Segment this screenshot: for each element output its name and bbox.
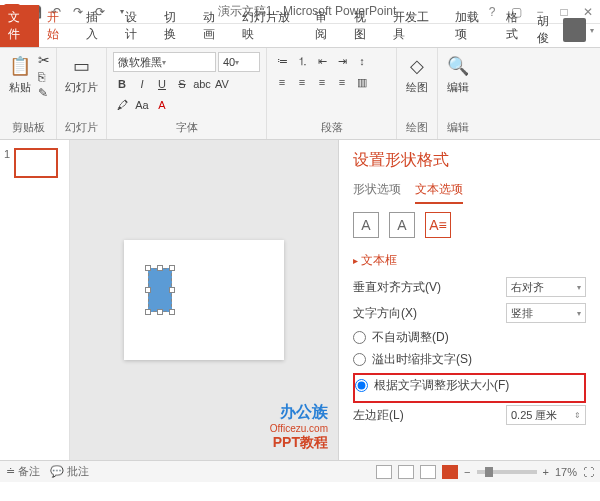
editing-button[interactable]: 🔍 编辑: [444, 52, 472, 97]
watermark: 办公族 Officezu.com PPT教程: [270, 402, 328, 452]
columns-button[interactable]: ▥: [353, 73, 371, 91]
fit-window-button[interactable]: ⛶: [583, 466, 594, 478]
radio-resize-shape[interactable]: 根据文字调整形状大小(F): [355, 377, 584, 394]
slides-icon: ▭: [70, 54, 94, 78]
italic-button[interactable]: I: [133, 75, 151, 93]
valign-select[interactable]: 右对齐▾: [506, 277, 586, 297]
drawing-button[interactable]: ◇ 绘图: [403, 52, 431, 97]
justify-button[interactable]: ≡: [333, 73, 351, 91]
notes-button[interactable]: ≐ 备注: [6, 464, 40, 479]
text-fill-icon[interactable]: A: [353, 212, 379, 238]
text-effects-icon[interactable]: A: [389, 212, 415, 238]
indent-inc-button[interactable]: ⇥: [333, 52, 351, 70]
margin-left-label: 左边距(L): [353, 407, 506, 424]
editing-group-label: 编辑: [447, 120, 469, 135]
tab-addins[interactable]: 加载项: [447, 5, 497, 47]
section-textbox[interactable]: 文本框: [353, 252, 586, 269]
spacing-button[interactable]: AV: [213, 75, 231, 93]
zoom-in-button[interactable]: +: [543, 466, 549, 478]
zoom-out-button[interactable]: −: [464, 466, 470, 478]
tab-view[interactable]: 视图: [346, 5, 385, 47]
margin-left-input[interactable]: 0.25 厘米⇕: [506, 405, 586, 425]
align-right-button[interactable]: ≡: [313, 73, 331, 91]
drawing-group-label: 绘图: [406, 120, 428, 135]
tab-file[interactable]: 文件: [0, 5, 39, 47]
line-spacing-button[interactable]: ↕: [353, 52, 371, 70]
thumb-preview: [14, 148, 58, 178]
tab-insert[interactable]: 插入: [78, 5, 117, 47]
pane-title: 设置形状格式: [353, 150, 586, 171]
selected-shape[interactable]: [148, 268, 172, 312]
user-name[interactable]: 胡俊: [537, 13, 560, 47]
slides-group-label: 幻灯片: [65, 120, 98, 135]
font-family-select[interactable]: 微软雅黑▾: [113, 52, 216, 72]
drawing-icon: ◇: [405, 54, 429, 78]
para-group-label: 段落: [321, 120, 343, 135]
sorter-view-button[interactable]: [398, 465, 414, 479]
cut-icon[interactable]: ✂: [38, 52, 50, 68]
pane-tab-text[interactable]: 文本选项: [415, 181, 463, 204]
textdir-select[interactable]: 竖排▾: [506, 303, 586, 323]
radio-no-autofit[interactable]: 不自动调整(D): [353, 329, 586, 346]
user-menu-icon[interactable]: ▾: [590, 26, 594, 35]
thumb-number: 1: [4, 148, 10, 178]
slide-thumbnail[interactable]: 1: [4, 148, 65, 178]
tab-transition[interactable]: 切换: [156, 5, 195, 47]
paste-button[interactable]: 📋 粘贴: [6, 52, 34, 100]
textdir-label: 文字方向(X): [353, 305, 506, 322]
bold-button[interactable]: B: [113, 75, 131, 93]
slide[interactable]: [124, 240, 284, 360]
font-size-select[interactable]: 40▾: [218, 52, 260, 72]
indent-dec-button[interactable]: ⇤: [313, 52, 331, 70]
shadow-button[interactable]: abc: [193, 75, 211, 93]
align-left-button[interactable]: ≡: [273, 73, 291, 91]
tab-design[interactable]: 设计: [117, 5, 156, 47]
numbering-button[interactable]: ⒈: [293, 52, 311, 70]
highlight-button[interactable]: 🖍: [113, 96, 131, 114]
format-shape-pane: 设置形状格式 形状选项 文本选项 A A A≡ 文本框 垂直对齐方式(V) 右对…: [338, 140, 600, 460]
zoom-slider[interactable]: [477, 470, 537, 474]
radio-shrink-text[interactable]: 溢出时缩排文字(S): [353, 351, 586, 368]
tab-home[interactable]: 开始: [39, 5, 78, 47]
copy-icon[interactable]: ⎘: [38, 70, 50, 84]
zoom-level[interactable]: 17%: [555, 466, 577, 478]
comments-button[interactable]: 💬 批注: [50, 464, 89, 479]
slides-button[interactable]: ▭ 幻灯片: [63, 52, 100, 97]
align-center-button[interactable]: ≡: [293, 73, 311, 91]
underline-button[interactable]: U: [153, 75, 171, 93]
reading-view-button[interactable]: [420, 465, 436, 479]
bullets-button[interactable]: ≔: [273, 52, 291, 70]
strike-button[interactable]: S: [173, 75, 191, 93]
tab-devtools[interactable]: 开发工具: [385, 5, 447, 47]
valign-label: 垂直对齐方式(V): [353, 279, 506, 296]
slide-canvas[interactable]: 办公族 Officezu.com PPT教程: [70, 140, 338, 460]
find-icon: 🔍: [446, 54, 470, 78]
tab-animation[interactable]: 动画: [195, 5, 234, 47]
normal-view-button[interactable]: [376, 465, 392, 479]
format-painter-icon[interactable]: ✎: [38, 86, 50, 100]
tab-format[interactable]: 格式: [498, 5, 537, 47]
case-button[interactable]: Aa: [133, 96, 151, 114]
avatar[interactable]: [563, 18, 586, 42]
font-color-button[interactable]: A: [153, 96, 171, 114]
paste-icon: 📋: [8, 54, 32, 78]
clipboard-group-label: 剪贴板: [12, 120, 45, 135]
slideshow-view-button[interactable]: [442, 465, 458, 479]
tab-review[interactable]: 审阅: [307, 5, 346, 47]
pane-tab-shape[interactable]: 形状选项: [353, 181, 401, 204]
font-group-label: 字体: [176, 120, 198, 135]
tab-slideshow[interactable]: 幻灯片放映: [234, 5, 307, 47]
textbox-icon[interactable]: A≡: [425, 212, 451, 238]
